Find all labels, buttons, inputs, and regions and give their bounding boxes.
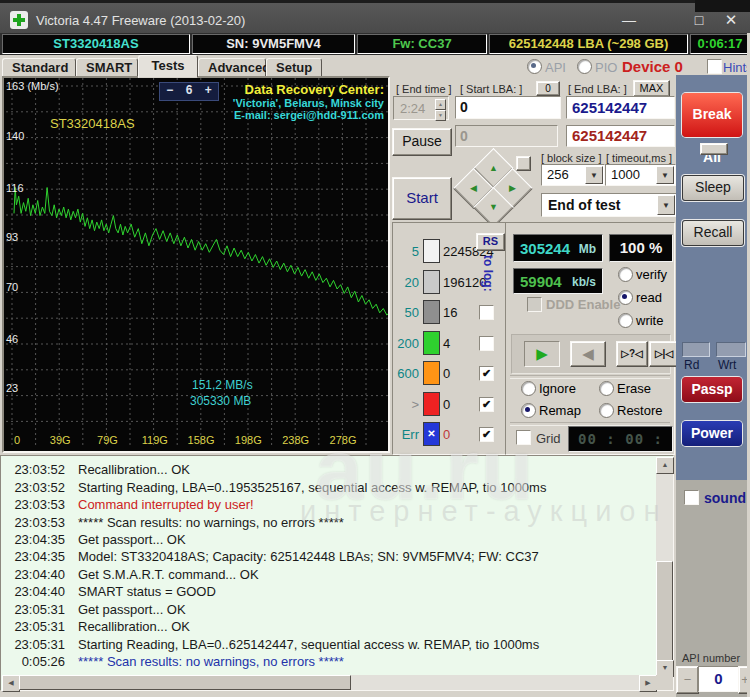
log-vscrollbar[interactable]: ▲ ▼	[656, 457, 673, 676]
svg-text:140: 140	[6, 130, 24, 142]
sound-checkbox[interactable]	[684, 490, 699, 505]
mini-indicator-button[interactable]	[700, 143, 728, 155]
hints-label: Hints	[723, 60, 750, 75]
read-activity-led	[682, 342, 710, 357]
end-action-select[interactable]: End of test ▼	[541, 193, 677, 217]
log-line: 0:05:26***** Scan results: no warnings, …	[3, 653, 655, 670]
end-time-spinner[interactable]: 2:24 ▲ ▼	[393, 96, 449, 120]
svg-text:119G: 119G	[142, 434, 168, 446]
start-lba-input[interactable]: 0	[455, 96, 561, 119]
scroll-up-icon[interactable]: ▲	[656, 457, 674, 474]
spin-down-icon[interactable]: ▼	[435, 110, 446, 121]
tab-smart[interactable]: SMART	[76, 58, 138, 78]
seek-question-button[interactable]: ▷?◁	[616, 341, 648, 367]
drc-banner-email: E-mail: sergei@hdd-911.com	[234, 109, 384, 121]
maximize-button[interactable]: □	[686, 10, 712, 30]
log-message: Starting Reading, LBA=0..625142447, sequ…	[78, 637, 539, 652]
recall-button[interactable]: Recall	[682, 220, 744, 246]
seek-end-button[interactable]: ▷|◁	[649, 341, 679, 367]
zoom-in-button[interactable]: +	[199, 83, 218, 100]
drive-serial: SN: 9VM5FMV4	[192, 34, 355, 54]
window-title: Victoria 4.47 Freeware (2013-02-20)	[36, 13, 245, 28]
svg-text:116: 116	[6, 182, 24, 194]
drc-banner-location: 'Victoria', Belarus, Minsk city	[233, 97, 384, 109]
scroll-right-icon[interactable]: ▶	[639, 675, 657, 692]
grid-checkbox[interactable]	[516, 430, 531, 445]
title-bar[interactable]: Victoria 4.47 Freeware (2013-02-20) — □ …	[0, 3, 750, 33]
block-size-select[interactable]: 256 ▼	[541, 164, 605, 186]
dropdown-arrow-icon[interactable]: ▼	[656, 166, 674, 184]
bin-log-checkbox[interactable]	[479, 366, 494, 381]
log-line: 23:04:40SMART status = GOOD	[3, 583, 655, 600]
bin-log-checkbox[interactable]	[479, 397, 494, 412]
passport-button[interactable]: Passp	[682, 377, 742, 402]
divider	[510, 375, 670, 379]
pio-radio-label: PIO	[595, 60, 617, 75]
ddd-enable-checkbox[interactable]	[527, 297, 542, 312]
bin-log-checkbox[interactable]	[479, 336, 494, 351]
write-mode-radio[interactable]	[618, 313, 633, 328]
log-timestamp: 23:04:40	[3, 584, 65, 599]
api-radio[interactable]	[527, 59, 542, 74]
vscroll-thumb[interactable]	[656, 561, 673, 663]
start-button[interactable]: Start	[392, 177, 452, 220]
end-time-spin-buttons[interactable]: ▲ ▼	[435, 99, 446, 121]
pio-radio[interactable]	[577, 59, 592, 74]
tab-tests[interactable]: Tests	[138, 55, 198, 78]
minimize-button[interactable]: —	[614, 10, 644, 30]
speed-lcd: 59904 kb/s	[513, 268, 603, 294]
restore-radio[interactable]	[599, 403, 614, 418]
bin-label: 5	[393, 244, 419, 259]
verify-mode-radio[interactable]	[618, 267, 633, 282]
bin-log-checkbox[interactable]	[479, 427, 494, 442]
power-button[interactable]: Power	[682, 421, 742, 446]
log-timestamp: 23:03:52	[3, 462, 65, 477]
tab-advanced[interactable]: Advanced	[198, 58, 266, 78]
svg-text:70: 70	[6, 281, 18, 293]
max-lba-button[interactable]: MAX	[633, 80, 670, 97]
end-lba-input[interactable]: 625142447	[566, 96, 675, 119]
log-message: Get passport... OK	[78, 532, 186, 547]
pause-button[interactable]: Pause	[392, 128, 452, 156]
log-message: Get passport... OK	[78, 602, 186, 617]
ignore-radio[interactable]	[521, 381, 536, 396]
bin-label: Err	[393, 427, 419, 442]
log-line: 23:03:53Command interrupted by user!	[3, 496, 655, 513]
close-button[interactable]: ✕	[716, 10, 746, 30]
zero-lba-button[interactable]: 0	[536, 81, 560, 96]
log-message: ***** Scan results: no warnings, no erro…	[78, 654, 344, 669]
log-area: 23:03:52Recallibration... OK23:03:52Star…	[0, 455, 674, 691]
timeout-select[interactable]: 1000 ▼	[605, 164, 676, 186]
api-number-minus-button[interactable]: −	[676, 666, 699, 694]
spin-up-icon[interactable]: ▲	[435, 99, 446, 110]
dropdown-arrow-icon[interactable]: ▼	[657, 195, 675, 215]
api-radio-label: API	[545, 60, 566, 75]
pad-option-box[interactable]	[516, 156, 531, 171]
dropdown-arrow-icon[interactable]: ▼	[585, 166, 603, 184]
api-number-value[interactable]: 0	[698, 666, 739, 692]
zoom-out-button[interactable]: −	[160, 83, 179, 100]
log-hscrollbar[interactable]: ◀ ▶	[2, 675, 656, 690]
tab-standard[interactable]: Standard	[2, 58, 76, 78]
play-forward-button[interactable]: ▶	[524, 341, 560, 367]
rs-button[interactable]: RS	[476, 233, 505, 251]
graph-scanned-mb: 305330 MB	[190, 394, 251, 408]
svg-text:278G: 278G	[330, 434, 357, 446]
sleep-button[interactable]: Sleep	[682, 175, 744, 201]
log-line: 23:04:35Get passport... OK	[3, 531, 655, 548]
scroll-left-icon[interactable]: ◀	[2, 675, 20, 692]
transport-bar: ▶ ◀ ▷?◁ ▷|◁	[511, 334, 671, 374]
log-line: 23:05:31Recallibration... OK	[3, 618, 655, 635]
tab-setup[interactable]: Setup	[266, 58, 322, 78]
remap-radio[interactable]	[521, 403, 536, 418]
hints-checkbox[interactable]	[707, 59, 722, 74]
bin-count: 0	[443, 397, 450, 412]
log-timestamp: 23:03:53	[3, 515, 65, 530]
bin-log-checkbox[interactable]	[479, 305, 494, 320]
hscroll-thumb[interactable]	[19, 675, 351, 690]
break-all-button[interactable]: Break All	[682, 93, 742, 137]
erase-radio[interactable]	[599, 381, 614, 396]
read-mode-radio[interactable]	[618, 290, 633, 305]
play-backward-button[interactable]: ◀	[570, 341, 606, 367]
log-timestamp: 23:04:35	[3, 549, 65, 564]
